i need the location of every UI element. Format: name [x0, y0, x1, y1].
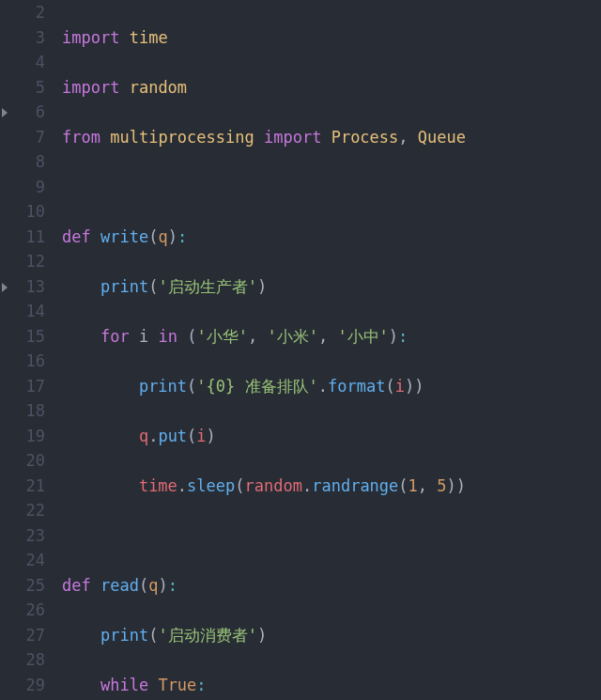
line-number: 11 — [0, 225, 45, 250]
code-line[interactable]: from multiprocessing import Process, Que… — [62, 125, 601, 150]
number: 1 — [408, 476, 418, 495]
keyword-for: for — [100, 327, 130, 346]
ident-random: random — [245, 476, 302, 495]
keyword-while: while — [100, 676, 148, 694]
class-queue: Queue — [418, 128, 466, 147]
line-number: 26 — [0, 598, 45, 623]
code-line[interactable]: time.sleep(random.randrange(1, 5)) — [62, 474, 601, 499]
code-line[interactable]: q.put(i) — [62, 424, 601, 449]
string-literal: '启动消费者' — [158, 626, 256, 645]
call-format: format — [328, 377, 385, 396]
line-number: 5 — [0, 75, 45, 101]
fold-marker-icon[interactable]: 6 — [0, 100, 45, 125]
line-number: 27 — [0, 623, 45, 648]
arg-i: i — [395, 377, 405, 396]
code-editor[interactable]: 2 3 4 5 6 7 8 9 10 11 12 13 14 15 16 17 … — [0, 0, 601, 700]
fold-marker-icon[interactable]: 13 — [0, 274, 45, 300]
param-q: q — [148, 576, 158, 595]
code-line[interactable]: import time — [62, 25, 601, 51]
line-number: 25 — [0, 573, 45, 599]
line-number: 20 — [0, 448, 45, 474]
code-line[interactable] — [62, 175, 601, 200]
code-line[interactable]: for i in ('小华', '小米', '小中'): — [62, 324, 601, 350]
string-literal: '小米' — [267, 327, 317, 346]
line-number: 16 — [0, 349, 45, 374]
module-multiprocessing: multiprocessing — [110, 128, 254, 147]
line-number: 28 — [0, 647, 45, 673]
line-number: 14 — [0, 299, 45, 324]
keyword-from: from — [62, 128, 100, 147]
line-number: 10 — [0, 199, 45, 225]
code-line[interactable]: print('启动消费者') — [62, 623, 601, 648]
function-read: read — [100, 576, 139, 595]
line-number: 19 — [0, 424, 45, 449]
code-line[interactable]: while True: — [62, 673, 601, 698]
module-random: random — [130, 78, 187, 97]
call-print: print — [100, 277, 148, 296]
line-number-gutter: 2 3 4 5 6 7 8 9 10 11 12 13 14 15 16 17 … — [0, 0, 58, 700]
code-line[interactable] — [62, 523, 601, 549]
line-number: 29 — [0, 673, 45, 698]
line-number: 18 — [0, 398, 45, 424]
code-area[interactable]: import time import random from multiproc… — [58, 0, 601, 700]
line-number: 3 — [0, 25, 45, 51]
keyword-in: in — [158, 327, 177, 346]
line-number: 15 — [0, 324, 45, 350]
call-print: print — [100, 626, 148, 645]
call-randrange: randrange — [312, 476, 398, 495]
line-number: 12 — [0, 249, 45, 274]
code-line[interactable]: print('{0} 准备排队'.format(i)) — [62, 374, 601, 399]
call-put: put — [158, 427, 187, 445]
arg-i: i — [196, 427, 206, 445]
line-number: 4 — [0, 50, 45, 75]
string-literal: '小中' — [337, 327, 388, 346]
call-print: print — [139, 377, 187, 396]
line-number: 7 — [0, 125, 45, 150]
keyword-import: import — [62, 28, 119, 47]
line-number: 24 — [0, 548, 45, 573]
keyword-def: def — [62, 227, 91, 246]
const-true: True — [158, 676, 196, 694]
line-number: 8 — [0, 149, 45, 175]
code-line[interactable]: def read(q): — [62, 573, 601, 599]
number: 5 — [437, 476, 446, 495]
function-write: write — [100, 227, 148, 246]
ident-i: i — [139, 327, 148, 346]
keyword-import: import — [62, 78, 119, 97]
ident-q: q — [139, 427, 148, 445]
line-number: 22 — [0, 498, 45, 523]
code-line[interactable]: print('启动生产者') — [62, 274, 601, 300]
class-process: Process — [331, 128, 399, 147]
string-literal: '启动生产者' — [158, 277, 256, 296]
string-literal: '小华' — [196, 327, 247, 346]
keyword-import: import — [264, 128, 321, 147]
line-number: 21 — [0, 474, 45, 499]
line-number: 9 — [0, 175, 45, 200]
code-line[interactable]: def write(q): — [62, 225, 601, 250]
string-literal: '{0} 准备排队' — [196, 377, 317, 396]
line-number: 17 — [0, 374, 45, 399]
line-number: 23 — [0, 523, 45, 549]
line-number: 2 — [0, 0, 45, 25]
keyword-def: def — [62, 576, 91, 595]
call-sleep: sleep — [187, 476, 235, 495]
module-time: time — [130, 28, 168, 47]
param-q: q — [158, 227, 167, 246]
code-line[interactable]: import random — [62, 75, 601, 101]
ident-time: time — [139, 476, 177, 495]
